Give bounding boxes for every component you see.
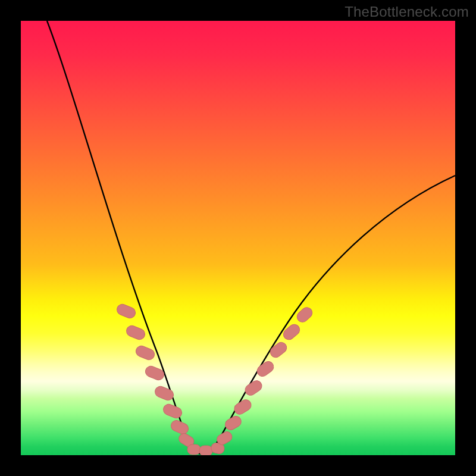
svg-rect-4 xyxy=(154,385,175,402)
svg-rect-2 xyxy=(134,345,156,362)
svg-rect-0 xyxy=(115,303,137,320)
svg-rect-16 xyxy=(268,340,289,360)
left-markers xyxy=(115,303,196,449)
svg-rect-8 xyxy=(187,444,201,455)
chart-frame: TheBottleneck.com xyxy=(0,0,476,476)
svg-rect-1 xyxy=(125,324,146,342)
svg-rect-15 xyxy=(255,359,276,378)
svg-rect-12 xyxy=(223,414,243,432)
watermark-text: TheBottleneck.com xyxy=(345,4,469,20)
svg-rect-9 xyxy=(199,446,212,455)
right-markers xyxy=(215,305,315,446)
svg-rect-17 xyxy=(281,322,302,342)
svg-rect-6 xyxy=(170,419,190,436)
svg-rect-14 xyxy=(243,378,264,397)
curve-layer xyxy=(21,21,455,455)
svg-rect-5 xyxy=(162,403,183,420)
svg-rect-13 xyxy=(233,397,253,416)
plot-area xyxy=(21,21,455,455)
